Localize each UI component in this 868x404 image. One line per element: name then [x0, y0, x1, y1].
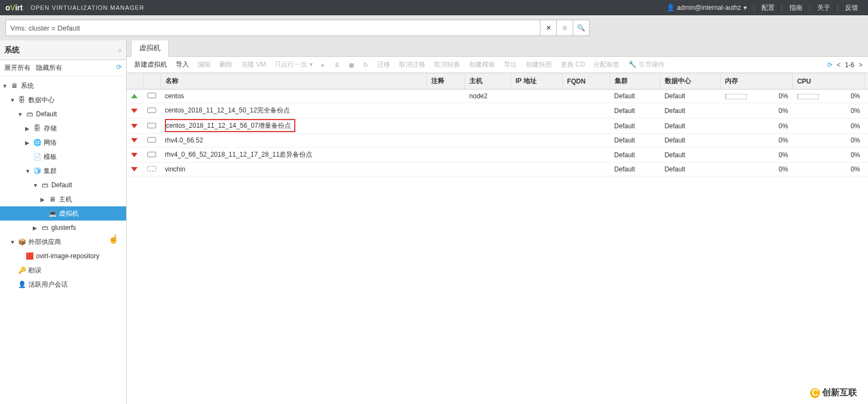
tree-item[interactable]: 📄模板 [0, 150, 126, 164]
table-header[interactable]: 注释 [427, 73, 465, 90]
toolbar-button: 导出 [501, 59, 520, 70]
tab-vms[interactable]: 虚拟机 [131, 40, 169, 57]
tree-toggle-icon[interactable]: ▼ [25, 168, 31, 174]
toolbar-button: 迁移 [374, 59, 394, 70]
tree-item[interactable]: 💻虚拟机 [0, 206, 126, 221]
table-header[interactable]: 网络 [864, 73, 868, 90]
search-go-button[interactable]: 🔍 [573, 20, 590, 36]
toolbar-button: ▸ [318, 60, 328, 70]
table-header[interactable]: IP 地址 [511, 73, 563, 90]
table-cell [143, 118, 160, 134]
tree-node-icon: 🗄 [17, 96, 26, 104]
status-icon [131, 138, 138, 142]
tree-item[interactable]: 👤活跃用户会话 [0, 277, 126, 292]
table-cell [427, 103, 465, 118]
toolbar-button: 分配标签 [590, 59, 623, 70]
tree-toggle-icon[interactable]: ▼ [2, 83, 8, 89]
tree-item[interactable]: 🟥ovirt-image-repository [0, 249, 126, 263]
tree-toggle-icon[interactable]: ▶ [33, 225, 38, 231]
tree-item[interactable]: ▶🗄存储 [0, 121, 126, 135]
expand-all-link[interactable]: 展开所有 [4, 63, 31, 73]
tree-item[interactable]: ▶🗃glusterfs [0, 221, 126, 235]
toolbar-button: 只运行一次 ▾ [271, 59, 316, 70]
tree-item[interactable]: ▼📦外部供应商 [0, 235, 126, 249]
tree-toggle-icon[interactable]: ▶ [25, 140, 31, 146]
pager-next[interactable]: > [858, 61, 864, 69]
header-link-guide[interactable]: 指南 [785, 3, 807, 13]
header-link-feedback[interactable]: 反馈 [841, 3, 863, 13]
table-cell [427, 163, 465, 176]
tree-item[interactable]: ▼🖥系统 [0, 79, 126, 93]
tree-item-label: Default [51, 181, 72, 189]
table-header[interactable]: 集群 [610, 73, 660, 90]
tree-node-icon: 🗃 [40, 181, 49, 189]
status-icon [131, 153, 138, 157]
table-header[interactable] [143, 73, 160, 90]
tree-node-icon: 📦 [17, 237, 26, 246]
status-icon [131, 167, 138, 171]
table-row[interactable]: rhv4.0_66.52DefaultDefault0%0%0%None [127, 134, 868, 147]
tree-toggle-icon[interactable]: ▼ [10, 239, 15, 245]
sidebar-search-icon[interactable]: ○ [118, 46, 122, 54]
search-input[interactable] [5, 20, 540, 36]
toolbar-button[interactable]: 导入 [173, 59, 192, 70]
table-header[interactable] [127, 73, 143, 90]
sidebar-title: 系统 [4, 45, 118, 55]
table-cell: 0% [793, 134, 865, 147]
search-clear-button[interactable]: ✕ [540, 20, 557, 36]
table-cell: 0% [793, 118, 865, 134]
table-cell: 0% [721, 118, 793, 134]
chevron-down-icon: ▾ [744, 4, 747, 11]
tree-item[interactable]: ▼🧊集群 [0, 164, 126, 178]
tree-node-icon: 📄 [33, 152, 41, 161]
tree-node-icon: 🌐 [33, 138, 41, 147]
table-header[interactable]: 名称 [160, 73, 427, 90]
header-link-config[interactable]: 配置 [757, 3, 779, 13]
tree-item-label: 勘误 [28, 266, 41, 275]
tree-item[interactable]: 🔑勘误 [0, 263, 126, 277]
status-icon [131, 124, 138, 128]
table-refresh-icon[interactable]: ⟳ [827, 61, 833, 69]
tree-toggle-icon[interactable]: ▼ [10, 97, 15, 103]
tree-toggle-icon[interactable]: ▶ [40, 197, 46, 203]
table-cell [562, 134, 610, 147]
table-header[interactable]: 数据中心 [660, 73, 721, 90]
tree-item[interactable]: ▼🗄数据中心 [0, 93, 126, 107]
tree-item[interactable]: ▶🌐网络 [0, 135, 126, 150]
toolbar-button[interactable]: 新建虚拟机 [131, 59, 170, 70]
table-header[interactable]: 主机 [465, 73, 511, 90]
table-header[interactable]: 内存 [721, 73, 793, 90]
table-cell [465, 118, 511, 134]
table-row[interactable]: vinchinDefaultDefault0%0%0%None [127, 163, 868, 176]
table-cell: Default [610, 163, 660, 176]
collapse-all-link[interactable]: 隐藏所有 [36, 63, 62, 73]
tree-node-icon: 🗄 [33, 124, 41, 133]
tree-item[interactable]: ▼🗃Default [0, 178, 126, 192]
vm-table: 名称注释主机IP 地址FQDN集群数据中心内存CPU网络图形 centosnod… [127, 73, 868, 176]
close-icon: ✕ [546, 24, 551, 32]
table-header[interactable]: CPU [793, 73, 865, 90]
table-cell [562, 103, 610, 118]
user-menu[interactable]: 👤 admin@internal-authz ▾ [662, 4, 751, 11]
table-row[interactable]: centosnode2DefaultDefault0%0%0%VNC [127, 90, 868, 103]
tree-toggle-icon[interactable]: ▶ [25, 126, 31, 132]
nav-tree: ▼🖥系统▼🗄数据中心▼🗃Default▶🗄存储▶🌐网络📄模板▼🧊集群▼🗃Defa… [0, 76, 126, 404]
refresh-icon[interactable]: ⟳ [116, 63, 122, 73]
table-cell [427, 118, 465, 134]
table-cell: 0% [721, 90, 793, 103]
pager-prev[interactable]: < [836, 61, 842, 69]
table-header[interactable]: FQDN [562, 73, 610, 90]
tree-toggle-icon[interactable]: ▼ [17, 111, 23, 117]
table-cell: Default [610, 118, 660, 134]
table-cell [511, 147, 563, 163]
table-cell [465, 147, 511, 163]
table-cell: Default [610, 147, 660, 163]
search-bookmark-button[interactable]: ☆ [557, 20, 573, 36]
tree-item[interactable]: ▼🗃Default [0, 107, 126, 121]
table-row[interactable]: centos_2018_11_12_14_56_07增量备份点DefaultDe… [127, 118, 868, 134]
tree-toggle-icon[interactable]: ▼ [33, 182, 38, 188]
tree-item[interactable]: ▶🖥主机 [0, 192, 126, 206]
table-row[interactable]: rhv4_0_66_52_2018_11_12_17_28_11差异备份点Def… [127, 147, 868, 163]
table-row[interactable]: centos_2018_11_12_14_50_12完全备份点DefaultDe… [127, 103, 868, 118]
header-link-about[interactable]: 关于 [813, 3, 835, 13]
